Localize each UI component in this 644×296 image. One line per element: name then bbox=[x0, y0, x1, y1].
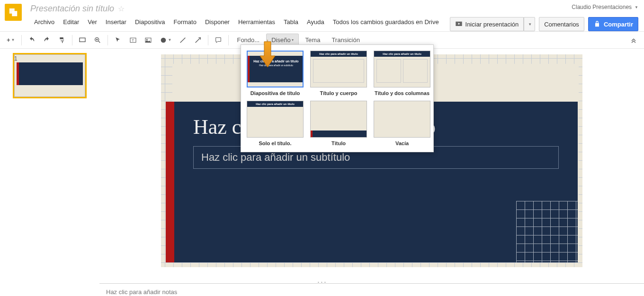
zoom-fit-button[interactable] bbox=[76, 34, 89, 46]
present-button[interactable]: Iniciar presentación bbox=[450, 17, 524, 31]
slide-thumbnail-1[interactable] bbox=[14, 54, 85, 97]
lock-icon bbox=[593, 20, 601, 28]
app-logo[interactable] bbox=[5, 4, 22, 21]
new-slide-button[interactable]: +▼ bbox=[4, 34, 18, 46]
share-button[interactable]: Compartir bbox=[588, 17, 638, 31]
layout-option-blank[interactable]: Vacía bbox=[374, 101, 430, 146]
undo-button[interactable] bbox=[25, 34, 38, 46]
svg-line-14 bbox=[196, 38, 200, 43]
menu-format[interactable]: Formato bbox=[170, 17, 200, 27]
menu-tools[interactable]: Herramientas bbox=[234, 17, 279, 27]
svg-line-13 bbox=[180, 37, 186, 43]
paint-format-button[interactable] bbox=[55, 34, 69, 46]
menu-file[interactable]: Archivo bbox=[30, 17, 58, 27]
menu-insert[interactable]: Insertar bbox=[102, 17, 130, 27]
select-tool[interactable] bbox=[111, 34, 125, 46]
layout-popup: Haz clic para añadir un títuloHaz clic p… bbox=[241, 44, 434, 152]
collapse-toolbar-button[interactable] bbox=[627, 34, 640, 46]
menu-edit[interactable]: Editar bbox=[59, 17, 83, 27]
menu-help[interactable]: Ayuda bbox=[303, 17, 328, 27]
slide-panel: 1 bbox=[0, 49, 99, 280]
svg-point-12 bbox=[161, 37, 166, 43]
menu-table[interactable]: Tabla bbox=[280, 17, 302, 27]
star-icon[interactable]: ☆ bbox=[118, 4, 125, 13]
save-status: Todos los cambios guardados en Drive bbox=[329, 17, 443, 27]
line-tool[interactable] bbox=[176, 34, 189, 46]
play-icon bbox=[455, 20, 463, 28]
svg-line-5 bbox=[98, 41, 100, 43]
top-right-controls: Claudio Presentaciones▼ Iniciar presenta… bbox=[450, 4, 638, 31]
svg-text:T: T bbox=[132, 38, 134, 42]
image-tool[interactable] bbox=[142, 34, 155, 46]
menu-slide[interactable]: Diapositiva bbox=[131, 17, 169, 27]
textbox-tool[interactable]: T bbox=[126, 34, 140, 46]
layout-option-title-slide[interactable]: Haz clic para añadir un títuloHaz clic p… bbox=[247, 51, 304, 96]
comments-button[interactable]: Comentarios bbox=[539, 17, 584, 31]
menu-arrange[interactable]: Disponer bbox=[201, 17, 233, 27]
menu-view[interactable]: Ver bbox=[84, 17, 101, 27]
shape-tool[interactable]: ▼ bbox=[157, 34, 175, 46]
svg-point-11 bbox=[146, 39, 148, 40]
notes-area: • • • Haz clic para añadir notas bbox=[0, 280, 644, 296]
svg-rect-3 bbox=[80, 38, 85, 42]
account-menu[interactable]: Claudio Presentaciones▼ bbox=[572, 4, 638, 10]
redo-button[interactable] bbox=[40, 34, 54, 46]
present-dropdown[interactable]: ▼ bbox=[524, 17, 535, 31]
arrow-tool[interactable] bbox=[191, 34, 205, 46]
svg-rect-1 bbox=[12, 11, 17, 16]
layout-option-title-only[interactable]: Haz clic para añadir un título Solo el t… bbox=[247, 101, 304, 146]
layout-option-two-columns[interactable]: Haz clic para añadir un título Título y … bbox=[374, 51, 430, 96]
slide-number: 1 bbox=[14, 55, 18, 62]
comment-tool[interactable] bbox=[212, 34, 225, 46]
layout-option-title-body[interactable]: Haz clic para añadir un título Título y … bbox=[310, 51, 367, 96]
zoom-button[interactable] bbox=[91, 34, 104, 46]
layout-option-title[interactable]: Título bbox=[310, 101, 367, 146]
speaker-notes[interactable]: Haz clic para añadir notas bbox=[99, 283, 644, 296]
